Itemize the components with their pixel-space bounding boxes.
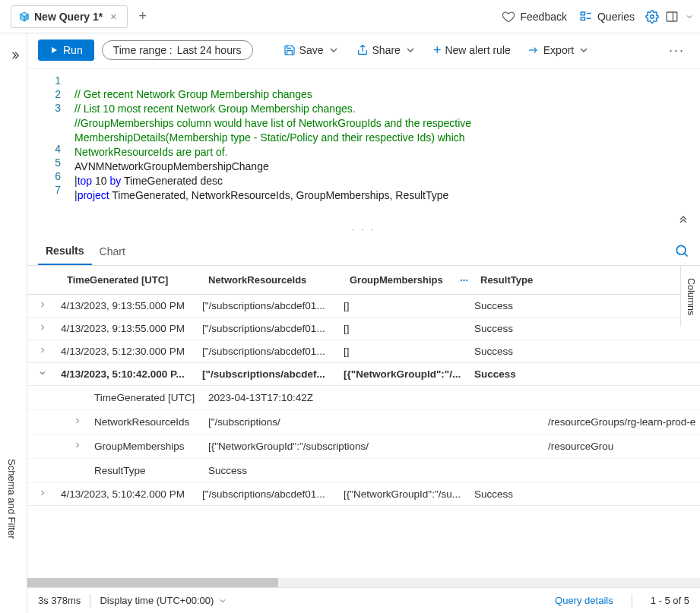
col-networkresourceids[interactable]: NetworkResourceIds [202, 274, 344, 286]
expand-row-icon[interactable] [38, 346, 61, 357]
detail-key: GroupMemberships [94, 441, 208, 452]
new-tab-button[interactable]: + [138, 8, 147, 24]
export-button[interactable]: Export [523, 41, 594, 59]
cell-result: Success [474, 488, 596, 500]
editor-line: // List 10 most recent Network Group Mem… [74, 103, 356, 115]
editor-token: by [109, 175, 121, 187]
expand-row-icon[interactable] [38, 488, 61, 500]
export-icon [527, 44, 540, 56]
save-button[interactable]: Save [279, 41, 344, 59]
cube-icon [19, 11, 30, 22]
expand-icon[interactable] [73, 416, 94, 428]
expand-row-icon[interactable] [38, 323, 61, 334]
columns-side-button[interactable]: Columns [680, 266, 700, 327]
results-grid: Columns TimeGenerated [UTC] NetworkResou… [27, 266, 700, 578]
export-label: Export [543, 44, 574, 56]
heart-icon [502, 10, 515, 24]
chevron-down-icon[interactable] [685, 12, 694, 21]
col-resulttype[interactable]: ResultType [474, 274, 596, 286]
results-tab-bar: Results Chart [27, 236, 700, 267]
cell-result: Success [474, 323, 596, 334]
new-alert-label: New alert rule [445, 44, 510, 56]
share-icon [356, 44, 369, 56]
tab-title: New Query 1* [34, 11, 103, 23]
run-button[interactable]: Run [38, 39, 94, 61]
schema-filter-label[interactable]: Schema and Filter [6, 459, 17, 539]
detail-value: 2023-04-13T17:10:42Z [208, 392, 700, 403]
plus-icon: + [433, 43, 442, 58]
pane-resize-handle[interactable]: · · · [27, 224, 700, 235]
expand-icon[interactable] [73, 441, 94, 452]
detail-key: TimeGenerated [UTC] [94, 392, 208, 403]
detail-value: Success [208, 465, 700, 476]
cell-result: Success [474, 346, 596, 357]
detail-row: ResultType Success [27, 459, 700, 483]
editor-line: //GroupMemberships column would have lis… [74, 117, 474, 129]
table-row-expanded[interactable]: 4/13/2023, 5:10:42.000 P... ["/subscript… [27, 363, 700, 386]
tab-results[interactable]: Results [38, 237, 92, 265]
editor-line: MembershipDetails(Membership type - Stat… [74, 131, 467, 144]
more-button[interactable]: ··· [664, 43, 689, 58]
panel-icon[interactable] [665, 10, 679, 24]
code-editor[interactable]: 1234567 // Get recent Network Group Memb… [27, 68, 700, 221]
queries-icon [579, 10, 593, 24]
save-icon [283, 44, 296, 56]
cell-grp: [] [344, 300, 474, 311]
detail-key: ResultType [94, 465, 208, 476]
new-alert-button[interactable]: + New alert rule [429, 39, 515, 62]
table-row[interactable]: 4/13/2023, 5:12:30.000 PM ["/subscriptio… [27, 340, 700, 363]
chevron-down-icon [328, 44, 340, 56]
horizontal-scrollbar[interactable] [27, 578, 700, 587]
feedback-label: Feedback [520, 11, 566, 23]
svg-line-11 [685, 254, 688, 257]
detail-value: ["/subscriptions/ [208, 416, 548, 428]
column-menu-icon[interactable]: ··· [460, 274, 468, 286]
cell-time: 4/13/2023, 5:10:42.000 PM [61, 488, 202, 500]
editor-token: 10 [92, 175, 109, 187]
cell-time: 4/13/2023, 9:13:55.000 PM [61, 323, 202, 334]
query-details-link[interactable]: Query details [555, 595, 613, 606]
cell-time: 4/13/2023, 5:12:30.000 PM [61, 346, 202, 357]
cell-result: Success [474, 300, 596, 311]
editor-token: TimeGenerated, NetworkResourceIds, Group… [109, 189, 449, 201]
share-button[interactable]: Share [352, 41, 421, 59]
search-icon[interactable] [674, 243, 689, 258]
collapse-up-icon[interactable] [677, 212, 689, 224]
query-toolbar: Run Time range : Last 24 hours Save Shar… [27, 33, 700, 68]
cell-net: ["/subscriptions/abcdef01... [202, 346, 344, 357]
time-range-picker[interactable]: Time range : Last 24 hours [102, 40, 253, 60]
time-range-label: Time range : [113, 44, 173, 56]
query-tab[interactable]: New Query 1* × [11, 5, 128, 28]
detail-value-right: /resourceGrou [548, 441, 700, 452]
col-timegenerated[interactable]: TimeGenerated [UTC] [61, 274, 202, 286]
feedback-button[interactable]: Feedback [496, 7, 572, 27]
editor-line: NetworkResourceIds are part of. [74, 146, 228, 158]
cell-net: ["/subscriptions/abcdef... [202, 368, 344, 380]
gear-icon[interactable] [645, 10, 659, 24]
queries-label: Queries [597, 11, 635, 23]
left-rail: Schema and Filter [0, 33, 27, 613]
detail-row: NetworkResourceIds ["/subscriptions/ /re… [27, 410, 700, 434]
collapse-row-icon[interactable] [38, 368, 61, 380]
svg-rect-1 [581, 17, 584, 20]
share-label: Share [372, 44, 401, 56]
table-row[interactable]: 4/13/2023, 5:10:42.000 PM ["/subscriptio… [27, 483, 700, 506]
editor-line: AVNMNetworkGroupMembershipChange [74, 160, 269, 172]
svg-marker-7 [52, 47, 57, 53]
editor-line: // Get recent Network Group Membership c… [74, 88, 312, 100]
tab-chart[interactable]: Chart [92, 238, 133, 264]
expand-row-icon[interactable] [38, 300, 61, 311]
expand-icon[interactable] [9, 50, 20, 61]
cell-result: Success [474, 368, 596, 380]
cell-net: ["/subscriptions/abcdef01... [202, 300, 344, 311]
table-row[interactable]: 4/13/2023, 9:13:55.000 PM ["/subscriptio… [27, 295, 700, 318]
queries-button[interactable]: Queries [573, 7, 641, 27]
table-row[interactable]: 4/13/2023, 9:13:55.000 PM ["/subscriptio… [27, 318, 700, 340]
detail-row: TimeGenerated [UTC] 2023-04-13T17:10:42Z [27, 386, 700, 410]
close-tab-icon[interactable]: × [107, 11, 119, 23]
run-label: Run [63, 44, 83, 56]
display-time-picker[interactable]: Display time (UTC+00:00) [100, 595, 227, 606]
col-groupmemberships[interactable]: GroupMemberships··· [344, 274, 474, 286]
svg-rect-0 [581, 12, 584, 15]
query-duration: 3s 378ms [38, 595, 81, 606]
